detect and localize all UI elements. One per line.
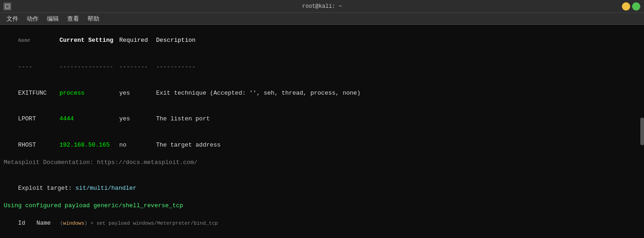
window-title: root@kali: ~ — [302, 3, 342, 10]
svg-rect-0 — [6, 5, 9, 8]
window-icon — [4, 3, 11, 10]
menu-help[interactable]: 帮助 — [84, 14, 103, 24]
menu-edit[interactable]: 编辑 — [43, 14, 63, 24]
table-row-rhost: RHOST192.168.50.165noThe target address — [4, 132, 640, 159]
exploit-target: Exploit target: sit/multi/handler — [4, 176, 640, 202]
scroll-indicator — [640, 118, 644, 145]
terminal[interactable]: NameCurrent SettingRequiredDescription -… — [0, 25, 644, 238]
id-name-header: IdName(windows) > set payload windows/Me… — [4, 210, 640, 237]
table-row-exitfunc: EXITFUNCprocessyesExit technique (Accept… — [4, 80, 640, 107]
table-header: NameCurrent SettingRequiredDescription — [4, 28, 640, 54]
minimize-button[interactable] — [622, 2, 630, 11]
using-payload: Using configured payload generic/shell_r… — [4, 202, 640, 210]
maximize-button[interactable] — [632, 2, 640, 11]
menu-action[interactable]: 动作 — [23, 14, 42, 24]
menubar: 文件 动作 编辑 查看 帮助 — [0, 13, 644, 25]
menu-view[interactable]: 查看 — [63, 14, 83, 24]
menu-file[interactable]: 文件 — [3, 14, 22, 24]
table-separator: -------------------------------------- — [4, 55, 640, 81]
table-row-lport: LPORT4444yesThe listen port — [4, 107, 640, 133]
id-sep: -- ---- — [4, 236, 640, 238]
titlebar: root@kali: ~ — [0, 0, 644, 13]
metasploit-doc-comment: Metasploit Documentation: https://docs.m… — [4, 159, 640, 167]
